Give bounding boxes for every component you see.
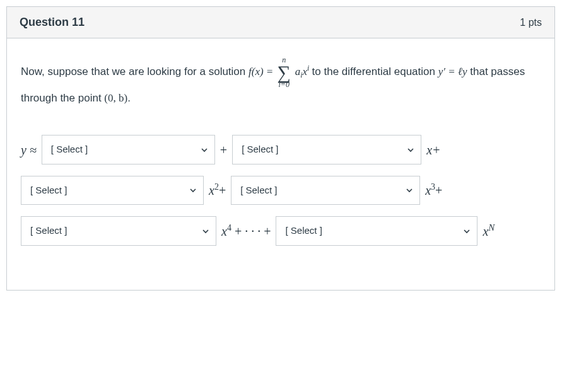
chunk-a1: [ Select ] x+ [232,135,440,164]
label-xN: xN [483,219,495,243]
label-x3-plus: x3+ [425,178,442,202]
select-aN-value: [ Select ] [285,222,322,240]
select-aN[interactable]: [ Select ] [276,216,477,246]
question-points: 1 pts [520,17,542,28]
question-title: Question 11 [20,16,85,29]
select-a3-value: [ Select ] [240,182,277,200]
select-a1[interactable]: [ Select ] [232,135,421,164]
select-a4-value: [ Select ] [30,222,67,240]
math-point: (0, b) [104,92,127,104]
chevron-down-icon [406,187,413,194]
label-x2-plus: x2+ [209,178,226,202]
prompt-text-2: to the differential equation [312,66,438,78]
prompt-text-4: . [127,92,131,104]
select-a1-value: [ Select ] [242,141,278,159]
math-fx: f(x) = [249,66,276,78]
select-a0-value: [ Select ] [51,141,88,159]
chunk-a3: [ Select ] x3+ [231,176,442,205]
select-a2-value: [ Select ] [30,182,67,200]
math-summation: n ∑ i=0 [278,56,291,88]
select-a2[interactable]: [ Select ] [21,176,204,205]
sum-body: aixi [295,66,312,78]
question-prompt: Now, suppose that we are looking for a s… [21,56,541,108]
chunk-a0: y ≈ [ Select ] + [21,135,227,164]
chunk-a2: [ Select ] x2+ [21,176,226,205]
label-x4-dots: x4 + · · · + [221,219,271,243]
chevron-down-icon [463,228,471,235]
chevron-down-icon [201,146,208,154]
question-body: Now, suppose that we are looking for a s… [7,38,554,290]
chevron-down-icon [407,146,414,154]
select-a4[interactable]: [ Select ] [21,216,216,246]
chunk-a4: [ Select ] x4 + · · · + [21,216,271,246]
math-ode: y′ = ℓy [438,66,467,78]
sum-lower: i=0 [278,81,291,88]
prompt-text-1: Now, suppose that we are looking for a s… [21,66,249,78]
label-plus: + [220,138,227,162]
question-card: Question 11 1 pts Now, suppose that we a… [6,6,555,291]
question-header: Question 11 1 pts [7,7,554,38]
chevron-down-icon [202,228,209,235]
label-y-approx: y ≈ [21,143,37,157]
sum-sigma: ∑ [278,64,291,81]
select-a0[interactable]: [ Select ] [42,135,215,164]
select-a3[interactable]: [ Select ] [231,176,420,205]
chunk-aN: [ Select ] xN [276,216,495,246]
chevron-down-icon [189,187,197,194]
answer-area: y ≈ [ Select ] + [ Select ] x+ [21,135,541,246]
label-x-plus: x+ [426,138,440,162]
